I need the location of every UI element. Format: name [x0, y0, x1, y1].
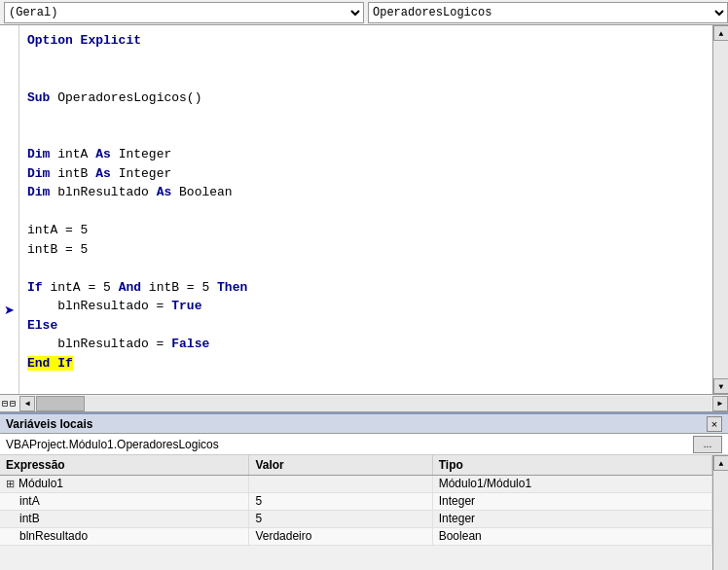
end-if: End If	[27, 356, 73, 371]
h-scrollbar: ⊟ ⊟ ◀ ▶	[0, 395, 728, 412]
module-dropdown[interactable]: (Geral)	[4, 2, 364, 23]
editor-container: ➤ Option Explicit Sub OperadoresLogicos(…	[0, 25, 728, 395]
h-scroll-thumb[interactable]	[36, 396, 85, 411]
val-modulo1	[249, 475, 432, 492]
col-value: Valor	[249, 455, 432, 475]
panel-header: Variáveis locais ×	[0, 412, 728, 434]
dim-kw-1: Dim	[27, 147, 50, 161]
type-blnresultado: Boolean	[432, 527, 711, 545]
dim-kw-3: Dim	[27, 185, 50, 199]
scroll-left-btn[interactable]: ◀	[19, 396, 35, 411]
scroll-track[interactable]	[713, 41, 728, 378]
col-type: Tipo	[432, 455, 711, 475]
table-scroll-up-btn[interactable]: ▲	[713, 455, 728, 471]
expand-icon[interactable]: ⊞	[6, 478, 15, 489]
table-scroll-track[interactable]	[713, 471, 728, 570]
if-keyword: If	[27, 280, 43, 295]
scroll-down-btn[interactable]: ▼	[713, 378, 728, 394]
dim-intb: intB As Integer	[57, 166, 171, 181]
val-intb: 5	[249, 510, 432, 527]
table-scroll[interactable]: Expressão Valor Tipo ⊞Módulo1 Módulo1/Mó…	[0, 455, 712, 570]
sub-name: OperadoresLogicos()	[57, 90, 201, 105]
arrow-indicator: ➤	[0, 25, 18, 394]
else-keyword: Else	[27, 318, 57, 333]
code-editor[interactable]: Option Explicit Sub OperadoresLogicos() …	[19, 25, 712, 394]
expr-inta: intA	[0, 492, 249, 510]
type-inta: Integer	[432, 492, 711, 510]
path-btn[interactable]: ...	[693, 436, 722, 453]
scroll-up-btn[interactable]: ▲	[713, 25, 728, 41]
path-text: VBAProject.Módulo1.OperadoresLogicos	[6, 438, 693, 451]
type-intb: Integer	[432, 510, 711, 527]
svg-text:➤: ➤	[4, 303, 15, 317]
option-explicit: Option Explicit	[27, 33, 141, 48]
table-row: ⊞Módulo1 Módulo1/Módulo1	[0, 475, 712, 492]
val-inta: 5	[249, 492, 432, 510]
expr-modulo1: ⊞Módulo1	[0, 475, 249, 492]
type-modulo1: Módulo1/Módulo1	[432, 475, 711, 492]
dim-inta: intA As Integer	[57, 147, 171, 161]
arrow-gutter: ➤	[0, 25, 19, 394]
table-v-scrollbar: ▲ ▼	[712, 455, 728, 570]
sub-keyword: Sub	[27, 90, 50, 105]
dim-kw-2: Dim	[27, 166, 50, 181]
table-row: intA 5 Integer	[0, 492, 712, 510]
val-blnresultado: Verdadeiro	[249, 527, 432, 545]
scroll-right-btn[interactable]: ▶	[712, 396, 728, 411]
h-scroll-track[interactable]	[36, 396, 711, 411]
locals-table-wrapper: Expressão Valor Tipo ⊞Módulo1 Módulo1/Mó…	[0, 455, 728, 570]
expr-blnresultado: blnResultado	[0, 527, 249, 545]
split-icon2[interactable]: ⊟	[10, 398, 16, 410]
dim-blnresultado: blnResultado As Boolean	[57, 185, 232, 199]
table-row: blnResultado Verdadeiro Boolean	[0, 527, 712, 545]
locals-table: Expressão Valor Tipo ⊞Módulo1 Módulo1/Mó…	[0, 455, 712, 546]
scrollbar-icons: ⊟ ⊟	[0, 395, 19, 412]
table-row: intB 5 Integer	[0, 510, 712, 527]
col-expression: Expressão	[0, 455, 249, 475]
expr-intb: intB	[0, 510, 249, 527]
top-bar: (Geral) OperadoresLogicos	[0, 0, 728, 25]
v-scrollbar: ▲ ▼	[712, 25, 728, 394]
split-icon[interactable]: ⊟	[2, 398, 8, 410]
procedure-dropdown[interactable]: OperadoresLogicos	[368, 2, 728, 23]
panel-title: Variáveis locais	[6, 417, 92, 431]
path-bar: VBAProject.Módulo1.OperadoresLogicos ...	[0, 434, 728, 455]
table-header-row: Expressão Valor Tipo	[0, 455, 712, 475]
panel-close-btn[interactable]: ×	[707, 416, 722, 432]
